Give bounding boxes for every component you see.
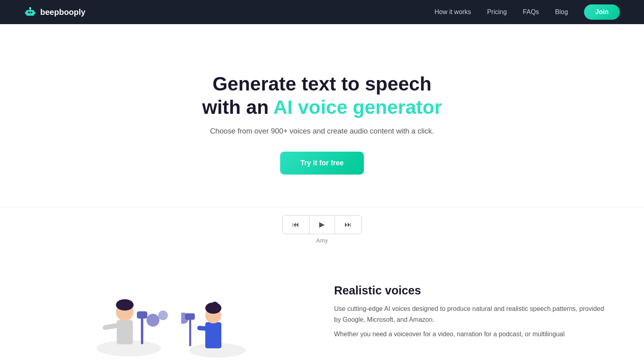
player-play-button[interactable]: ▶: [310, 216, 335, 234]
hero-title: Generate text to speech with an AI voice…: [8, 72, 636, 119]
features-heading: Realistic voices: [334, 284, 612, 297]
cta-button[interactable]: Try it for free: [280, 152, 364, 175]
svg-point-10: [116, 299, 134, 311]
brand-name: beepbooply: [40, 8, 85, 17]
svg-rect-1: [28, 12, 30, 13]
features-illustration: [32, 280, 310, 360]
illustration-woman1: [89, 280, 169, 360]
svg-rect-11: [102, 323, 119, 331]
svg-rect-12: [141, 316, 143, 344]
brand-logo[interactable]: beepbooply: [24, 6, 85, 18]
nav-blog[interactable]: Blog: [555, 8, 568, 16]
features-section: Realistic voices Use cutting-edge AI voi…: [0, 248, 644, 362]
illustration-woman2: [181, 280, 254, 360]
prev-icon: ⏮: [292, 220, 299, 229]
navbar: beepbooply How it works Pricing FAQs Blo…: [0, 0, 644, 24]
features-paragraph1: Use cutting-edge AI voices designed to p…: [334, 304, 612, 325]
svg-rect-13: [137, 311, 147, 319]
player-section: ⏮ ▶ ⏭ Amy: [0, 207, 644, 248]
hero-section: Generate text to speech with an AI voice…: [0, 24, 644, 207]
hero-subtitle: Choose from over 900+ voices and create …: [8, 127, 636, 136]
svg-rect-17: [205, 322, 221, 348]
svg-point-20: [212, 302, 218, 308]
hero-title-line2-prefix: with an: [202, 97, 273, 118]
nav-how-it-works[interactable]: How it works: [434, 8, 471, 16]
svg-point-4: [29, 7, 31, 9]
svg-rect-2: [31, 12, 32, 13]
svg-rect-6: [34, 12, 35, 14]
svg-point-14: [147, 314, 159, 327]
nav-faqs[interactable]: FAQs: [523, 8, 539, 16]
play-icon: ▶: [319, 220, 325, 229]
svg-rect-22: [189, 318, 191, 346]
svg-rect-5: [25, 12, 26, 14]
features-text: Realistic voices Use cutting-edge AI voi…: [334, 280, 612, 343]
player-prev-button[interactable]: ⏮: [283, 216, 310, 234]
robot-icon: [24, 6, 36, 18]
player-next-button[interactable]: ⏭: [335, 216, 361, 234]
hero-title-line1: Generate text to speech: [213, 73, 431, 95]
player-voice-label: Amy: [316, 237, 328, 244]
svg-rect-0: [26, 10, 34, 16]
nav-pricing[interactable]: Pricing: [487, 8, 507, 16]
next-icon: ⏭: [345, 220, 352, 229]
join-button[interactable]: Join: [584, 4, 620, 20]
svg-rect-8: [117, 320, 133, 344]
hero-title-accent: AI voice generator: [273, 97, 442, 118]
nav-links: How it works Pricing FAQs Blog Join: [434, 4, 620, 20]
svg-point-15: [158, 311, 168, 320]
player-controls: ⏮ ▶ ⏭: [282, 215, 362, 234]
features-paragraph2: Whether you need a voiceover for a video…: [334, 329, 612, 339]
